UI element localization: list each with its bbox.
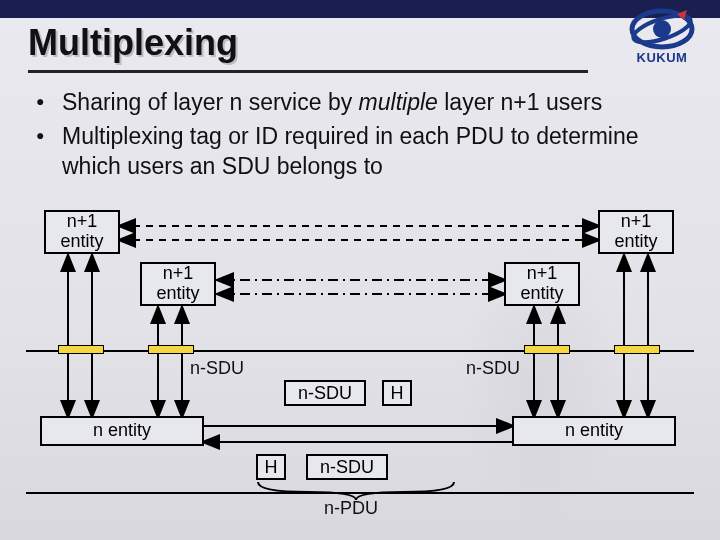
top-border (0, 0, 720, 18)
bullet-list: Sharing of layer n service by multiple l… (36, 88, 680, 186)
label-sdu-right: n-SDU (466, 358, 520, 379)
entity-upper-left-1: n+1 entity (44, 210, 120, 254)
label-pdu: n-PDU (324, 498, 378, 519)
bullet-text: Sharing of layer n service by multiple l… (62, 89, 602, 115)
sap-pill (148, 345, 194, 354)
label-sdu-left: n-SDU (190, 358, 244, 379)
bullet-text: Multiplexing tag or ID required in each … (62, 123, 639, 179)
logo: KUKUM (618, 6, 706, 65)
sap-pill (614, 345, 660, 354)
bullet-item: Multiplexing tag or ID required in each … (36, 122, 680, 182)
entity-upper-right-1: n+1 entity (598, 210, 674, 254)
sap-pill (524, 345, 570, 354)
title-underline (28, 70, 588, 73)
box-sdu-bottom: n-SDU (306, 454, 388, 480)
entity-lower-right: n entity (512, 416, 676, 446)
sap-pill (58, 345, 104, 354)
diagram: n+1 entity n+1 entity n+1 entity n+1 ent… (26, 210, 694, 520)
svg-point-2 (653, 20, 671, 38)
box-sdu-mid: n-SDU (284, 380, 366, 406)
box-h-left: H (256, 454, 286, 480)
entity-upper-left-2: n+1 entity (140, 262, 216, 306)
bullet-item: Sharing of layer n service by multiple l… (36, 88, 680, 118)
logo-icon (627, 6, 697, 52)
page-title: Multiplexing (28, 22, 238, 64)
entity-upper-right-2: n+1 entity (504, 262, 580, 306)
entity-lower-left: n entity (40, 416, 204, 446)
box-h-right: H (382, 380, 412, 406)
logo-text: KUKUM (618, 50, 706, 65)
